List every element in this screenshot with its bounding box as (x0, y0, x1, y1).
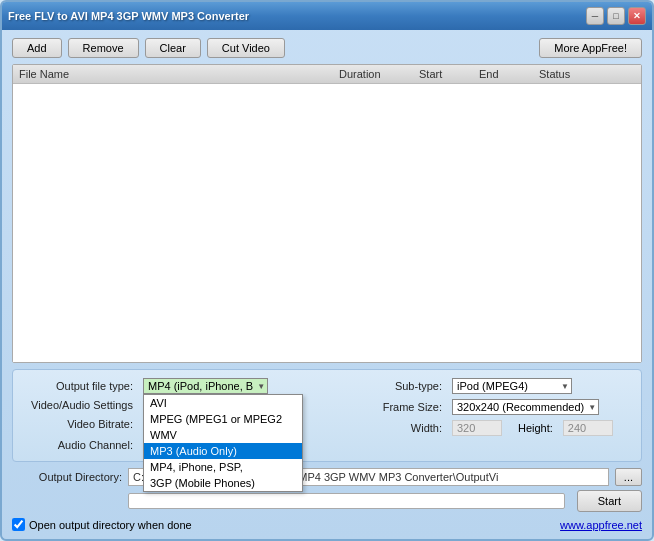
settings-section: Output file type: MP4 (iPod, iPhone, B ▼… (12, 369, 642, 462)
settings-right-col: Sub-type: iPod (MPEG4) ▼ Frame Size: 320… (332, 378, 631, 453)
frame-size-row: Frame Size: 320x240 (Recommended) ▼ (332, 399, 631, 415)
content-area: Add Remove Clear Cut Video More AppFree!… (2, 30, 652, 539)
progress-row: Start (12, 490, 642, 512)
output-section: Output Directory: ... Start (12, 468, 642, 512)
output-filetype-value: MP4 (iPod, iPhone, B (148, 380, 253, 392)
clear-button[interactable]: Clear (145, 38, 201, 58)
progress-bar (128, 493, 565, 509)
output-filetype-arrow-icon: ▼ (253, 382, 265, 391)
video-audio-label: Video/Audio Settings (23, 399, 133, 411)
subtype-label: Sub-type: (332, 380, 442, 392)
open-dir-checkbox[interactable] (12, 518, 25, 531)
appfree-link[interactable]: www.appfree.net (560, 519, 642, 531)
col-start: Start (417, 67, 477, 81)
frame-size-label: Frame Size: (332, 401, 442, 413)
output-filetype-label: Output file type: (23, 380, 133, 392)
open-dir-checkbox-label[interactable]: Open output directory when done (12, 518, 192, 531)
frame-size-select[interactable]: 320x240 (Recommended) ▼ (452, 399, 599, 415)
subtype-row: Sub-type: iPod (MPEG4) ▼ (332, 378, 631, 394)
subtype-select[interactable]: iPod (MPEG4) ▼ (452, 378, 572, 394)
footer-row: Open output directory when done www.appf… (12, 518, 642, 531)
dropdown-option-3gp[interactable]: 3GP (Mobile Phones) (144, 475, 302, 491)
frame-size-value: 320x240 (Recommended) (457, 401, 584, 413)
width-label: Width: (332, 422, 442, 434)
subtype-arrow-icon: ▼ (557, 382, 569, 391)
video-bitrate-label: Video Bitrate: (23, 418, 133, 430)
file-list-body (13, 84, 641, 362)
toolbar: Add Remove Clear Cut Video More AppFree! (12, 38, 642, 58)
dropdown-option-mp4[interactable]: MP4, iPhone, PSP, (144, 459, 302, 475)
col-filename: File Name (17, 67, 337, 81)
dropdown-option-avi[interactable]: AVI (144, 395, 302, 411)
subtype-value: iPod (MPEG4) (457, 380, 528, 392)
output-dir-row: Output Directory: ... (12, 468, 642, 486)
window-controls: ─ □ ✕ (586, 7, 646, 25)
col-status: Status (537, 67, 617, 81)
start-button[interactable]: Start (577, 490, 642, 512)
remove-button[interactable]: Remove (68, 38, 139, 58)
dimensions-row: Width: Height: (332, 420, 631, 436)
col-end: End (477, 67, 537, 81)
dropdown-option-mpeg[interactable]: MPEG (MPEG1 or MPEG2 (144, 411, 302, 427)
output-filetype-control: MP4 (iPod, iPhone, B ▼ AVI MPEG (MPEG1 o… (143, 378, 268, 394)
cut-video-button[interactable]: Cut Video (207, 38, 285, 58)
settings-left-col: Output file type: MP4 (iPod, iPhone, B ▼… (23, 378, 322, 453)
audio-channel-label: Audio Channel: (23, 439, 133, 451)
frame-size-arrow-icon: ▼ (584, 403, 596, 412)
output-filetype-row: Output file type: MP4 (iPod, iPhone, B ▼… (23, 378, 322, 394)
title-bar: Free FLV to AVI MP4 3GP WMV MP3 Converte… (2, 2, 652, 30)
col-duration: Duration (337, 67, 417, 81)
output-filetype-select[interactable]: MP4 (iPod, iPhone, B ▼ (143, 378, 268, 394)
window-title: Free FLV to AVI MP4 3GP WMV MP3 Converte… (8, 10, 249, 22)
col-extra (617, 67, 637, 81)
close-button[interactable]: ✕ (628, 7, 646, 25)
height-label: Height: (518, 422, 553, 434)
dropdown-option-mp3[interactable]: MP3 (Audio Only) (144, 443, 302, 459)
more-appfree-button[interactable]: More AppFree! (539, 38, 642, 58)
dropdown-option-wmv[interactable]: WMV (144, 427, 302, 443)
open-dir-label-text: Open output directory when done (29, 519, 192, 531)
output-dir-label: Output Directory: (12, 471, 122, 483)
file-list: File Name Duration Start End Status (12, 64, 642, 363)
browse-button[interactable]: ... (615, 468, 642, 486)
height-input[interactable] (563, 420, 613, 436)
width-input[interactable] (452, 420, 502, 436)
maximize-button[interactable]: □ (607, 7, 625, 25)
file-list-header: File Name Duration Start End Status (13, 65, 641, 84)
minimize-button[interactable]: ─ (586, 7, 604, 25)
add-button[interactable]: Add (12, 38, 62, 58)
main-window: Free FLV to AVI MP4 3GP WMV MP3 Converte… (0, 0, 654, 541)
output-filetype-dropdown: AVI MPEG (MPEG1 or MPEG2 WMV MP3 (Audio … (143, 394, 303, 492)
settings-grid: Output file type: MP4 (iPod, iPhone, B ▼… (23, 378, 631, 453)
